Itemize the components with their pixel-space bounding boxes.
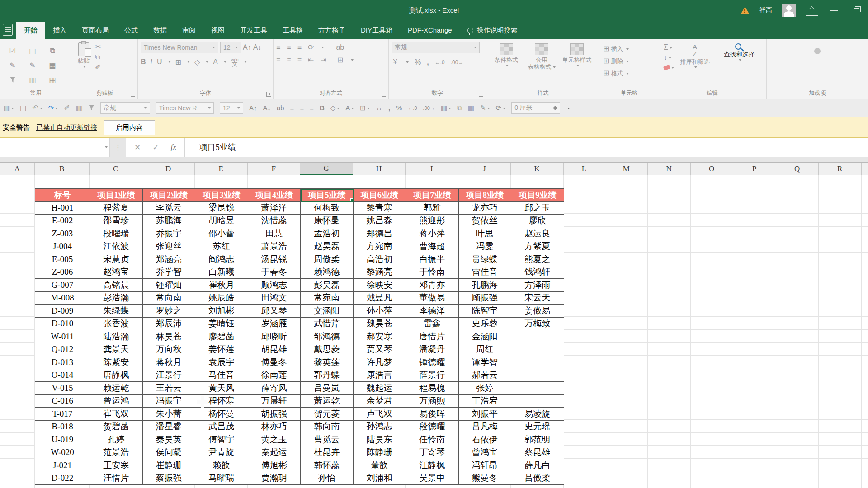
table-cell[interactable]: 贾瀚玥 — [248, 472, 301, 485]
column-header-J[interactable]: J — [458, 163, 511, 175]
redo-button[interactable]: ↷ — [48, 104, 58, 112]
table-cell[interactable]: 熊曼冬 — [459, 472, 512, 485]
table-cell[interactable]: 陆浩瀚 — [90, 330, 143, 343]
table-cell[interactable]: 秦起运 — [248, 446, 301, 460]
sheet-grid[interactable]: 标号项目1业绩项目2业绩项目3业绩项目4业绩项目5业绩项目6业绩项目7业绩项目8… — [0, 175, 868, 488]
table-cell[interactable]: 朱绿蝶 — [90, 305, 143, 318]
table-cell[interactable]: 曹海超 — [406, 240, 459, 253]
table-cell[interactable]: 郭范明 — [511, 433, 564, 446]
sheet-icon[interactable]: ▤ — [29, 47, 36, 55]
merge-center-icon[interactable]: ⊞ — [337, 56, 343, 64]
table-cell[interactable]: 林亦巧 — [248, 421, 301, 434]
table-cell[interactable]: 武昌茂 — [195, 421, 248, 434]
comma-icon[interactable]: , — [427, 58, 429, 66]
row-id-cell[interactable]: E-002 — [35, 215, 90, 228]
table-header-cell[interactable]: 项目3业绩 — [195, 189, 248, 202]
table-cell[interactable]: 金涵阳 — [459, 330, 512, 343]
column-header-K[interactable]: K — [511, 163, 564, 175]
row-id-cell[interactable]: W-011 — [35, 330, 90, 343]
toolbar-number-format-select[interactable]: 常规 — [100, 102, 150, 114]
table-cell[interactable]: 董傲易 — [406, 292, 459, 305]
table-cell[interactable]: 邵雪珍 — [90, 215, 143, 228]
tab-search[interactable]: 操作说明搜索 — [460, 22, 525, 39]
insert-function-icon[interactable]: fx — [171, 143, 176, 152]
avatar[interactable] — [782, 4, 796, 17]
table-cell[interactable]: 万晨轩 — [248, 395, 301, 408]
table-cell[interactable]: 魏起运 — [354, 382, 406, 395]
table-cell[interactable]: 于怜南 — [406, 266, 459, 279]
toolbar-collapse-icon[interactable] — [566, 104, 570, 112]
row-id-cell[interactable]: Q-012 — [35, 343, 90, 357]
layout-icon[interactable]: ▦ — [4, 104, 14, 112]
table-cell[interactable]: 田鸿文 — [248, 292, 301, 305]
table-cell[interactable]: 贵绿蝶 — [459, 253, 512, 266]
table-cell[interactable]: 雷佳音 — [459, 266, 512, 279]
clipboard-123-icon[interactable]: ▤ — [20, 104, 26, 112]
table-cell[interactable]: 孙小萍 — [354, 305, 406, 318]
row-id-cell[interactable]: C-016 — [35, 395, 90, 408]
phonetic-guide-button[interactable]: wén文 — [231, 57, 239, 66]
table-cell[interactable]: 傅曼冬 — [248, 356, 301, 369]
column-header-A[interactable]: A — [0, 163, 35, 175]
table-cell[interactable]: 魏昊苍 — [354, 318, 406, 331]
table-cell[interactable]: 丁寄琴 — [406, 446, 459, 460]
table-cell[interactable]: 龚景天 — [90, 343, 143, 357]
column-header-O[interactable]: O — [691, 163, 734, 175]
table-cell[interactable]: 汪惜片 — [90, 472, 143, 485]
table-cell[interactable]: 薛凡白 — [511, 459, 564, 472]
italic-button[interactable]: I — [151, 58, 152, 66]
table-cell[interactable]: 王若云 — [143, 382, 196, 395]
table-cell[interactable]: 刘旭彬 — [195, 305, 248, 318]
table-cell[interactable]: 萧运乾 — [301, 395, 354, 408]
column-header-B[interactable]: B — [35, 163, 90, 175]
paste-button[interactable]: 粘贴 — [75, 42, 92, 89]
toolbar-rotate-icon[interactable]: ⟳ — [496, 104, 506, 112]
table-cell[interactable]: 周傲柔 — [301, 253, 354, 266]
table-cell[interactable]: 郭雅 — [406, 202, 459, 215]
orientation-icon[interactable]: ⟳ — [308, 43, 314, 52]
table-cell[interactable]: 范景浩 — [90, 446, 143, 460]
row-id-cell[interactable]: D-009 — [35, 305, 90, 318]
row-id-cell[interactable]: J-021 — [35, 459, 90, 472]
unit-spinner[interactable]: 0 厘米 — [511, 102, 560, 114]
table-cell[interactable]: 易凌旋 — [511, 408, 564, 421]
table-cell[interactable]: 冯雯 — [459, 240, 512, 253]
table-cell[interactable]: 史元瑶 — [511, 421, 564, 434]
table-cell[interactable]: 于春冬 — [248, 266, 301, 279]
table-cell[interactable]: 周红 — [459, 343, 512, 357]
table-cell[interactable]: 潘凝丹 — [406, 343, 459, 357]
table-cell[interactable]: 白振半 — [406, 253, 459, 266]
row-id-cell[interactable]: T-017 — [35, 408, 90, 421]
toolbar-wrap-icon[interactable]: ab — [277, 104, 284, 112]
table-cell[interactable]: 顾振强 — [459, 292, 512, 305]
column-header-R[interactable]: R — [819, 163, 862, 175]
table-cell[interactable] — [511, 382, 564, 395]
table-cell[interactable]: 邵小蕾 — [195, 227, 248, 240]
search-doc-icon[interactable]: ▥ — [29, 75, 36, 84]
table-cell[interactable]: 邱又琴 — [248, 305, 301, 318]
font-launcher[interactable] — [266, 92, 271, 97]
table-cell[interactable]: 薛寄风 — [248, 382, 301, 395]
table-cell[interactable]: 谭学智 — [459, 356, 512, 369]
table-cell[interactable]: 李觅云 — [143, 202, 196, 215]
increase-indent-icon[interactable]: ⇥ — [320, 56, 326, 64]
column-header-D[interactable]: D — [142, 163, 195, 175]
table-cell[interactable]: 袁辰宇 — [195, 356, 248, 369]
table-cell[interactable]: 雷鑫 — [406, 318, 459, 331]
align-left-icon[interactable]: ≡ — [276, 56, 280, 64]
table-cell[interactable]: 马佳音 — [195, 369, 248, 382]
table-cell[interactable]: 常向南 — [143, 292, 196, 305]
table-cell[interactable]: 贺依丝 — [459, 215, 512, 228]
row-id-cell[interactable]: M-008 — [35, 292, 90, 305]
toolbar-shrink-font-icon[interactable]: A↓ — [263, 104, 271, 112]
row-id-cell[interactable]: O-014 — [35, 369, 90, 382]
table-cell[interactable]: 任怜南 — [406, 433, 459, 446]
row-id-cell[interactable]: V-015 — [35, 382, 90, 395]
table-cell[interactable]: 胡昆雄 — [248, 343, 301, 357]
table-cell[interactable]: 郭丹蝶 — [301, 369, 354, 382]
table-cell[interactable]: 孔鹏海 — [459, 279, 512, 292]
table-header-cell[interactable]: 项目6业绩 — [354, 189, 406, 202]
table-cell[interactable]: 程紫夏 — [90, 202, 143, 215]
table-cell[interactable]: 韩向南 — [301, 421, 354, 434]
percent-icon[interactable]: % — [415, 58, 421, 66]
